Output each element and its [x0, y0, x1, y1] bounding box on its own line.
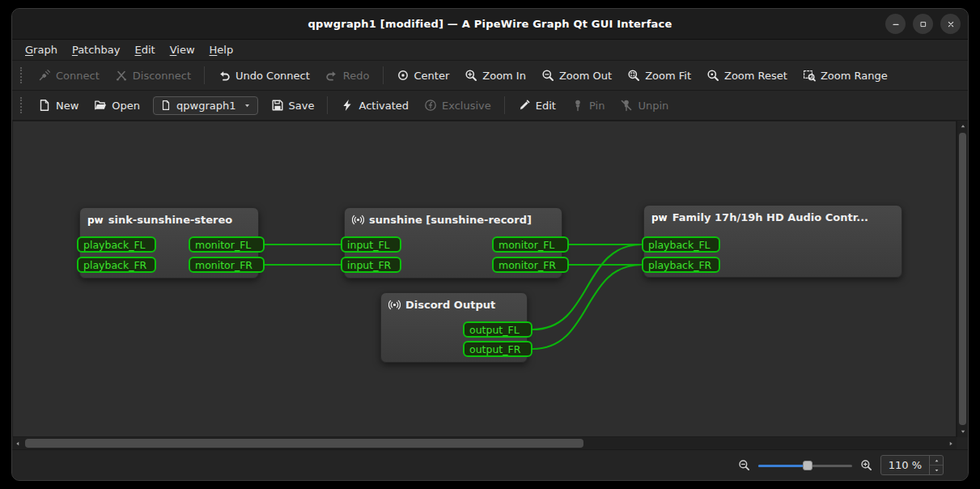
unpin-button[interactable]: Unpin — [613, 95, 675, 116]
zoom-in-label: Zoom In — [482, 70, 526, 82]
patchbay-combo[interactable]: qpwgraph1 — [153, 96, 257, 115]
close-button[interactable] — [940, 14, 961, 34]
unpin-icon — [620, 99, 633, 112]
scroll-right-arrow[interactable] — [945, 437, 957, 449]
maximize-button[interactable] — [913, 14, 933, 34]
minimize-icon — [891, 19, 901, 29]
edit-icon — [518, 99, 531, 112]
activated-button[interactable]: Activated — [334, 95, 415, 116]
patchbay-toolbar: NewOpenqpwgraph1SaveActivatedExclusiveEd… — [12, 91, 968, 121]
zoom-fit-label: Zoom Fit — [645, 70, 691, 82]
zoom-spin-down-button[interactable] — [930, 465, 943, 474]
save-label: Save — [289, 100, 315, 112]
pipewire-icon: pw — [87, 215, 104, 225]
pipewire-icon: pw — [651, 213, 668, 223]
horizontal-scrollbar[interactable] — [12, 437, 957, 449]
zoom-spin-up-button[interactable] — [930, 456, 943, 465]
undo-connect-button[interactable]: Undo Connect — [211, 65, 316, 86]
port-discord-output-output_FL[interactable]: output_FL — [463, 321, 532, 338]
menu-view[interactable]: View — [163, 42, 202, 58]
pin-button[interactable]: Pin — [565, 95, 611, 116]
port-sunshine-monitor_FR[interactable]: monitor_FR — [492, 257, 569, 273]
pin-label: Pin — [589, 100, 605, 112]
open-button[interactable]: Open — [87, 95, 146, 116]
graph-toolbar: ConnectDisconnectUndo ConnectRedoCenterZ… — [12, 61, 968, 91]
vertical-scrollbar[interactable] — [957, 121, 968, 437]
port-sink-sunshine-stereo-monitor_FR[interactable]: monitor_FR — [189, 257, 265, 273]
hscroll-row — [12, 437, 968, 449]
zoom-spinbox[interactable]: 110 % — [880, 455, 944, 475]
node-header: sunshine [sunshine-record] — [345, 208, 562, 229]
toolbar-handle[interactable] — [20, 67, 22, 83]
zoom-in-icon — [465, 69, 477, 82]
activated-label: Activated — [358, 100, 409, 112]
zoom-slider-handle[interactable] — [803, 461, 812, 470]
edit-button[interactable]: Edit — [511, 95, 562, 116]
save-button[interactable]: Save — [265, 95, 321, 116]
open-icon — [94, 99, 107, 112]
zoom-in-button[interactable]: Zoom In — [458, 65, 532, 86]
zoom-in-icon[interactable] — [860, 459, 872, 471]
zoom-reset-icon — [706, 69, 719, 82]
menu-help[interactable]: Help — [203, 42, 240, 58]
port-sink-sunshine-stereo-playback_FL[interactable]: playback_FL — [77, 236, 156, 253]
port-sunshine-input_FR[interactable]: input_FR — [341, 257, 401, 273]
horizontal-scrollbar-thumb[interactable] — [25, 439, 583, 448]
menu-patchbay[interactable]: Patchbay — [66, 42, 127, 58]
center-label: Center — [414, 70, 450, 82]
redo-button[interactable]: Redo — [319, 65, 376, 86]
menubar: GraphPatchbayEditViewHelp — [12, 40, 968, 61]
disconnect-label: Disconnect — [133, 70, 191, 82]
edit-label: Edit — [536, 100, 556, 112]
scroll-left-arrow[interactable] — [12, 437, 23, 449]
combo-arrow-icon — [244, 102, 251, 109]
connect-button[interactable]: Connect — [32, 65, 106, 86]
save-icon — [271, 99, 284, 112]
titlebar[interactable]: qpwgraph1 [modified] — A PipeWire Graph … — [12, 9, 968, 40]
port-discord-output-output_FR[interactable]: output_FR — [463, 341, 532, 357]
zoom-out-button[interactable]: Zoom Out — [535, 65, 618, 86]
zoom-reset-button[interactable]: Zoom Reset — [700, 65, 794, 86]
zoom-spin-arrows — [929, 456, 943, 474]
graph-canvas[interactable]: pwsink-sunshine-stereoplayback_FLplaybac… — [12, 121, 957, 437]
zoom-range-button[interactable]: Zoom Range — [796, 65, 894, 86]
port-sink-sunshine-stereo-monitor_FL[interactable]: monitor_FL — [189, 236, 265, 253]
connect-icon — [38, 69, 51, 82]
scroll-down-arrow[interactable] — [957, 426, 968, 437]
toolbar-separator — [383, 66, 384, 84]
zoom-out-label: Zoom Out — [559, 70, 612, 82]
port-family-audio-playback_FR[interactable]: playback_FR — [642, 257, 720, 273]
node-title: sunshine [sunshine-record] — [369, 214, 532, 226]
zoom-out-icon[interactable] — [738, 459, 750, 471]
disconnect-button[interactable]: Disconnect — [108, 65, 197, 86]
new-label: New — [56, 100, 78, 112]
undo-icon — [218, 69, 231, 82]
new-icon — [38, 99, 51, 112]
center-button[interactable]: Center — [390, 65, 456, 86]
scroll-up-arrow[interactable] — [957, 121, 968, 132]
zoom-range-label: Zoom Range — [821, 70, 888, 82]
node-title: sink-sunshine-stereo — [108, 214, 233, 226]
patchbay-combo-value: qpwgraph1 — [176, 100, 235, 112]
minimize-button[interactable] — [885, 14, 906, 34]
zoom-fit-icon — [627, 69, 640, 82]
exclusive-button[interactable]: Exclusive — [418, 95, 498, 116]
desktop: qpwgraph1 [modified] — A PipeWire Graph … — [0, 0, 980, 489]
port-sunshine-monitor_FL[interactable]: monitor_FL — [492, 236, 569, 253]
toolbar-separator — [204, 66, 205, 84]
node-header: pwFamily 17h/19h HD Audio Contr... — [644, 206, 902, 227]
toolbar-handle[interactable] — [20, 97, 22, 113]
new-button[interactable]: New — [32, 95, 85, 116]
zoom-fit-button[interactable]: Zoom Fit — [621, 65, 698, 86]
vertical-scrollbar-thumb[interactable] — [959, 133, 966, 425]
zoom-slider[interactable] — [758, 458, 852, 473]
menu-edit[interactable]: Edit — [129, 42, 162, 58]
center-icon — [397, 69, 409, 82]
zoom-slider-fill — [758, 465, 808, 467]
exclusive-icon — [424, 99, 437, 112]
port-sunshine-input_FL[interactable]: input_FL — [341, 236, 401, 253]
port-sink-sunshine-stereo-playback_FR[interactable]: playback_FR — [77, 257, 156, 273]
port-family-audio-playback_FL[interactable]: playback_FL — [642, 236, 720, 253]
zoom-value: 110 % — [881, 456, 929, 474]
menu-graph[interactable]: Graph — [19, 42, 64, 58]
